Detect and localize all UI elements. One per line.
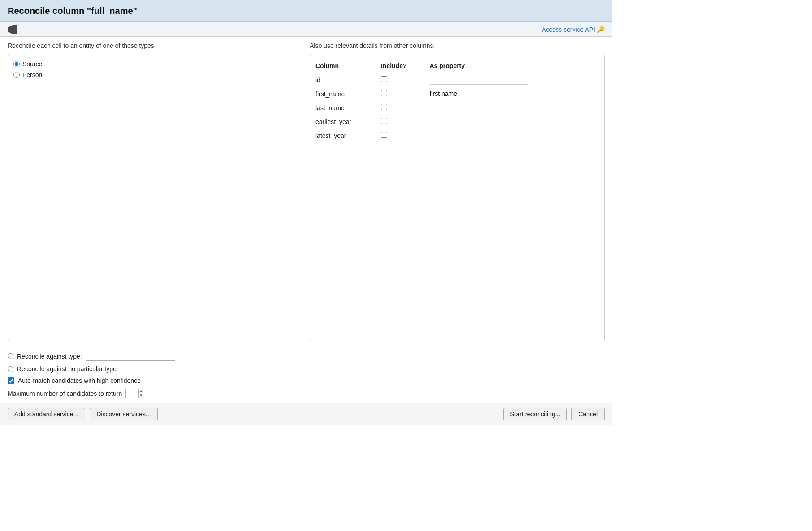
columns-box: Column Include? As property id first_nam… <box>310 55 605 341</box>
reconcile-against-type-label[interactable]: Reconcile against type: <box>17 353 82 360</box>
col-name-last-name: last_name <box>315 101 381 115</box>
spinner-down-button[interactable]: ▼ <box>139 394 143 398</box>
table-row: id <box>315 73 599 87</box>
type-person-radio[interactable] <box>13 72 20 78</box>
auto-match-row: Auto-match candidates with high confiden… <box>8 377 605 384</box>
col-name-id: id <box>315 73 381 87</box>
left-panel: Reconcile each cell to an entity of one … <box>8 42 302 341</box>
types-box: Source Person <box>8 55 302 341</box>
right-panel-label: Also use relevant details from other col… <box>310 42 605 49</box>
col-name-latest-year: latest_year <box>315 128 381 142</box>
footer-right: Start reconciling... Cancel <box>503 408 605 420</box>
access-api-link[interactable]: Access service API 🔑 <box>542 26 605 33</box>
reconcile-no-type-row: Reconcile against no particular type <box>8 365 605 373</box>
max-candidates-label: Maximum number of candidates to return <box>8 390 122 397</box>
type-source-label[interactable]: Source <box>22 60 42 68</box>
dialog-title: Reconcile column "full_name" <box>0 0 612 22</box>
reconcile-no-type-label[interactable]: Reconcile against no particular type <box>17 365 117 373</box>
reconcile-against-type-row: Reconcile against type: <box>8 351 605 361</box>
reconcile-no-type-radio[interactable] <box>8 366 13 372</box>
col-include-latest-year[interactable] <box>381 132 387 138</box>
table-row: last_name <box>315 101 599 115</box>
key-icon: 🔑 <box>597 26 605 33</box>
col-include-id[interactable] <box>381 76 387 82</box>
footer: Add standard service... Discover service… <box>0 403 612 425</box>
type-option-source[interactable]: Source <box>13 60 297 68</box>
auto-match-label[interactable]: Auto-match candidates with high confiden… <box>18 377 141 384</box>
type-source-radio[interactable] <box>13 61 20 67</box>
left-panel-label: Reconcile each cell to an entity of one … <box>8 42 302 49</box>
table-row: first_name <box>315 87 599 101</box>
auto-match-checkbox[interactable] <box>8 377 14 384</box>
col-property-id[interactable] <box>430 75 528 85</box>
type-person-label[interactable]: Person <box>22 71 42 78</box>
right-panel: Also use relevant details from other col… <box>310 42 605 341</box>
col-include-last-name[interactable] <box>381 104 387 110</box>
add-standard-service-button[interactable]: Add standard service... <box>8 408 85 420</box>
footer-left: Add standard service... Discover service… <box>8 408 158 420</box>
cancel-button[interactable]: Cancel <box>571 408 605 420</box>
main-content: Reconcile each cell to an entity of one … <box>0 37 612 347</box>
spinner-arrows: ▲ ▼ <box>138 389 143 398</box>
bottom-options: Reconcile against type: Reconcile agains… <box>0 347 612 403</box>
col-header-property: As property <box>430 60 599 73</box>
col-name-first-name: first_name <box>315 87 381 101</box>
col-property-last-name[interactable] <box>430 103 528 112</box>
max-candidates-row: Maximum number of candidates to return ▲… <box>8 389 605 398</box>
max-candidates-spinner[interactable]: ▲ ▼ <box>125 389 143 398</box>
col-name-earliest-year: earliest_year <box>315 115 381 128</box>
col-header-column: Column <box>315 60 381 73</box>
discover-services-button[interactable]: Discover services... <box>90 408 157 420</box>
toolbar-row: Access service API 🔑 <box>0 22 612 37</box>
reconcile-against-type-input[interactable] <box>86 351 175 361</box>
reconcile-against-type-radio[interactable] <box>8 353 13 359</box>
spinner-up-button[interactable]: ▲ <box>139 389 143 394</box>
col-include-earliest-year[interactable] <box>381 118 387 124</box>
col-header-include: Include? <box>381 60 430 73</box>
table-row: earliest_year <box>315 115 599 128</box>
table-row: latest_year <box>315 128 599 142</box>
max-candidates-input[interactable] <box>126 390 138 397</box>
access-api-label: Access service API <box>542 26 595 33</box>
col-property-earliest-year[interactable] <box>430 117 528 126</box>
type-option-person[interactable]: Person <box>13 71 297 78</box>
title-text: Reconcile column "full_name" <box>8 6 137 16</box>
tag-icon <box>8 25 17 34</box>
col-include-first-name[interactable] <box>381 90 387 96</box>
col-property-latest-year[interactable] <box>430 131 528 140</box>
columns-table: Column Include? As property id first_nam… <box>315 60 599 142</box>
start-reconciling-button[interactable]: Start reconciling... <box>503 408 567 420</box>
col-property-first-name[interactable] <box>430 89 528 98</box>
